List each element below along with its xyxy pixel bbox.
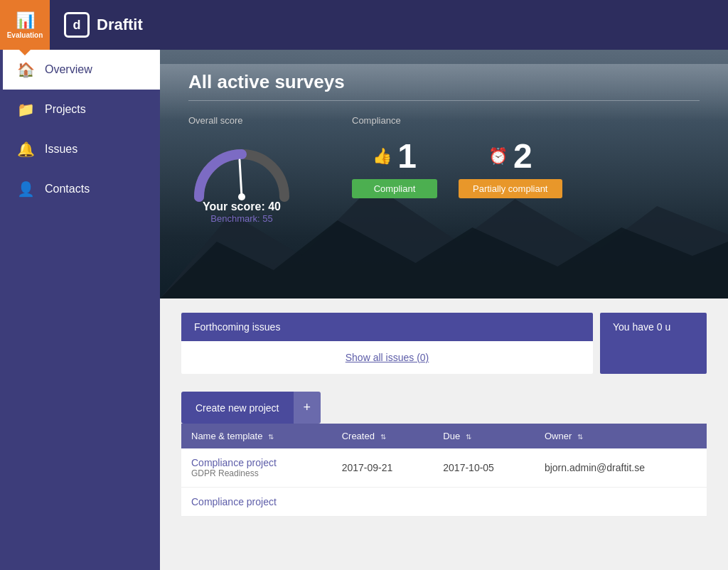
cell-owner-0: bjorn.admin@draftit.se — [535, 448, 707, 488]
bell-icon: 🔔 — [17, 141, 35, 158]
topbar: d Draftit — [0, 0, 728, 50]
bar-chart-icon: 📊 — [16, 11, 35, 30]
sidebar-label-contacts: Contacts — [45, 183, 90, 195]
alarm-icon: ⏰ — [488, 147, 508, 166]
folder-icon: 📁 — [17, 101, 35, 118]
overall-score-label: Overall score — [188, 115, 243, 126]
person-icon: 👤 — [17, 181, 35, 198]
compliance-items: 👍 1 Compliant ⏰ 2 Partially compliant — [352, 136, 562, 198]
sidebar-label-projects: Projects — [45, 103, 86, 116]
col-due: Due ⇅ — [433, 424, 535, 448]
compliant-count: 👍 1 — [373, 136, 417, 176]
show-all-issues-link[interactable]: Show all issues (0) — [346, 352, 429, 363]
compliant-badge: Compliant — [352, 179, 437, 198]
svg-point-3 — [238, 193, 245, 200]
compliance-label: Compliance — [352, 115, 562, 126]
sidebar-item-issues[interactable]: 🔔 Issues — [0, 129, 160, 169]
col-name-template: Name & template ⇅ — [181, 424, 332, 448]
thumbs-up-icon: 👍 — [373, 147, 392, 166]
sidebar-item-contacts[interactable]: 👤 Contacts — [0, 169, 160, 209]
hero-stats: Overall score Your score: 40 — [188, 115, 700, 224]
cell-created-0: 2017-09-21 — [332, 448, 434, 488]
project-link-0[interactable]: Compliance project — [191, 457, 277, 468]
sidebar: 🏠 Overview 📁 Projects 🔔 Issues 👤 Contact… — [0, 50, 160, 570]
projects-table-body: Compliance project GDPR Readiness 2017-0… — [181, 448, 707, 517]
cell-name-0: Compliance project GDPR Readiness — [181, 448, 332, 488]
col-owner: Owner ⇅ — [535, 424, 707, 448]
sort-icon-owner[interactable]: ⇅ — [577, 433, 583, 441]
projects-table: Name & template ⇅ Created ⇅ Due ⇅ Owner … — [181, 424, 707, 517]
evaluation-badge: 📊 Evaluation — [0, 0, 50, 50]
compliance-item-partial: ⏰ 2 Partially compliant — [459, 136, 562, 198]
projects-header: Create new project + — [181, 392, 707, 424]
forthcoming-issues-panel: Forthcoming issues Show all issues (0) — [181, 313, 593, 374]
compliance-section: Compliance 👍 1 Compliant ⏰ — [352, 115, 562, 198]
hero-banner: All active surveys Overall score — [160, 50, 728, 299]
cell-due-0: 2017-10-05 — [433, 448, 535, 488]
sort-icon-created[interactable]: ⇅ — [380, 433, 386, 441]
sort-icon-due[interactable]: ⇅ — [466, 433, 471, 441]
forthcoming-issues-body: Show all issues (0) — [181, 341, 593, 374]
hero-title: All active surveys — [188, 71, 700, 101]
cell-name-1: Compliance project — [181, 488, 332, 517]
partial-count: ⏰ 2 — [488, 136, 532, 176]
you-have-panel: You have 0 u — [600, 313, 707, 374]
badge-arrow — [19, 50, 31, 55]
table-row: Compliance project — [181, 488, 707, 517]
col-created: Created ⇅ — [332, 424, 434, 448]
evaluation-label: Evaluation — [7, 31, 43, 39]
sidebar-label-overview: Overview — [45, 63, 92, 76]
gauge-container — [188, 133, 295, 197]
sidebar-label-issues: Issues — [45, 143, 77, 156]
benchmark-text: Benchmark: 55 — [210, 213, 272, 224]
project-template-0: GDPR Readiness — [191, 468, 322, 478]
sidebar-item-projects[interactable]: 📁 Projects — [0, 90, 160, 129]
cell-owner-1 — [535, 488, 707, 517]
svg-line-2 — [240, 160, 242, 197]
app-name: Draftit — [97, 16, 143, 34]
table-header-row: Name & template ⇅ Created ⇅ Due ⇅ Owner … — [181, 424, 707, 448]
sidebar-item-overview[interactable]: 🏠 Overview — [0, 50, 160, 90]
sort-icon-name[interactable]: ⇅ — [268, 433, 274, 441]
create-project-button-group: Create new project + — [181, 392, 321, 424]
project-link-1[interactable]: Compliance project — [191, 496, 277, 507]
cell-due-1 — [433, 488, 535, 517]
compliance-item-compliant: 👍 1 Compliant — [352, 136, 437, 198]
logo-icon: d — [64, 12, 90, 38]
overall-score-section: Overall score Your score: 40 — [188, 115, 295, 224]
create-project-plus-button[interactable]: + — [294, 392, 321, 424]
forthcoming-issues-header: Forthcoming issues — [181, 313, 593, 341]
home-icon: 🏠 — [17, 61, 35, 78]
table-row: Compliance project GDPR Readiness 2017-0… — [181, 448, 707, 488]
create-new-project-button[interactable]: Create new project — [181, 392, 294, 424]
panels-row: Forthcoming issues Show all issues (0) Y… — [160, 299, 728, 381]
cell-created-1 — [332, 488, 434, 517]
partial-badge: Partially compliant — [459, 179, 562, 198]
hero-content: All active surveys Overall score — [160, 50, 728, 245]
projects-section: Create new project + Name & template ⇅ C… — [160, 381, 728, 531]
main-content: All active surveys Overall score — [160, 50, 728, 570]
